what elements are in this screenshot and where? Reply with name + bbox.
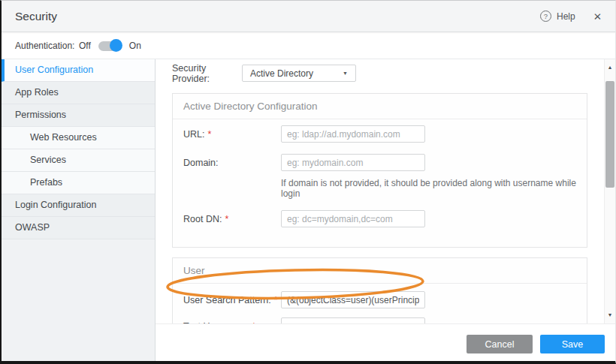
- field-label-text: Test Username:: [183, 321, 249, 323]
- vertical-scrollbar[interactable]: ▲ ▼: [604, 59, 615, 323]
- user-search-pattern-label: User Search Pattern:*: [183, 291, 281, 308]
- help-link[interactable]: Help: [557, 11, 575, 22]
- section-fields: User Search Pattern:* Test Username:*: [173, 284, 587, 323]
- security-dialog: Security ? Help ✕ Authentication: Off On…: [0, 0, 616, 364]
- domain-label: Domain:: [183, 154, 281, 199]
- field-main: [281, 125, 425, 143]
- security-provider-label: Security Provider:: [172, 63, 242, 84]
- test-username-label: Test Username:*: [183, 317, 281, 323]
- section-title: Active Directory Configuration: [173, 94, 587, 119]
- toggle-knob: [110, 39, 122, 52]
- active-directory-configuration-section: Active Directory Configuration URL:*: [172, 93, 587, 248]
- sidebar: User Configuration App Roles Permissions…: [2, 59, 156, 361]
- save-button[interactable]: Save: [540, 335, 605, 353]
- toggle-off-label: Off: [79, 41, 91, 51]
- user-search-pattern-field-row: User Search Pattern:*: [183, 291, 576, 308]
- help-circle-icon[interactable]: ?: [540, 11, 551, 22]
- field-label-text: User Search Pattern:: [183, 295, 271, 305]
- sidebar-item-app-roles[interactable]: App Roles: [2, 82, 155, 104]
- sidebar-item-user-configuration[interactable]: User Configuration: [2, 59, 155, 82]
- test-username-field-row: Test Username:*: [183, 317, 576, 323]
- domain-input[interactable]: [281, 154, 425, 171]
- url-field-row: URL:*: [183, 125, 576, 143]
- sidebar-item-services[interactable]: Services: [2, 149, 155, 172]
- root-dn-label: Root DN:*: [183, 210, 281, 227]
- field-main: [281, 291, 425, 308]
- dialog-footer: Cancel Save: [156, 323, 615, 361]
- user-section: User User Search Pattern:*: [172, 257, 587, 323]
- main-column: Security Provider: Active Directory ▼ Ac…: [156, 59, 615, 361]
- field-main: [281, 210, 425, 227]
- field-label-text: Root DN:: [183, 214, 222, 224]
- sidebar-item-prefabs[interactable]: Prefabs: [2, 172, 155, 194]
- section-fields: URL:* Domain: If: [173, 119, 587, 247]
- section-title: User: [173, 258, 587, 284]
- scrollbar-thumb[interactable]: [605, 81, 614, 188]
- sidebar-item-permissions[interactable]: Permissions: [2, 104, 155, 127]
- authentication-row: Authentication: Off On: [2, 32, 615, 59]
- scroll-down-arrow-icon[interactable]: ▼: [605, 310, 615, 320]
- page-title: Security: [15, 10, 57, 23]
- test-username-input[interactable]: [281, 317, 425, 323]
- root-dn-field-row: Root DN:*: [183, 210, 576, 227]
- authentication-label: Authentication:: [15, 41, 79, 51]
- settings-viewport: Security Provider: Active Directory ▼ Ac…: [156, 59, 615, 323]
- sidebar-item-owasp[interactable]: OWASP: [2, 217, 155, 239]
- close-icon[interactable]: ✕: [593, 11, 602, 23]
- toggle-on-label: On: [129, 41, 141, 51]
- sidebar-item-web-resources[interactable]: Web Resources: [2, 127, 155, 149]
- sidebar-item-login-configuration[interactable]: Login Configuration: [2, 194, 155, 217]
- field-label-text: URL:: [183, 129, 204, 140]
- security-provider-selected-value: Active Directory: [250, 68, 313, 79]
- authentication-toggle[interactable]: [98, 39, 122, 53]
- url-input[interactable]: [281, 125, 425, 143]
- titlebar: Security ? Help ✕: [2, 1, 615, 32]
- domain-field-row: Domain: If domain is not provided, it sh…: [183, 154, 576, 199]
- security-provider-row: Security Provider: Active Directory ▼: [172, 63, 615, 83]
- field-label-text: Domain:: [183, 158, 219, 168]
- scroll-up-arrow-icon[interactable]: ▲: [605, 62, 615, 73]
- user-search-pattern-input[interactable]: [281, 291, 425, 308]
- required-asterisk: *: [207, 129, 211, 140]
- security-provider-select[interactable]: Active Directory ▼: [242, 65, 356, 82]
- required-asterisk: *: [274, 295, 278, 305]
- dialog-body: User Configuration App Roles Permissions…: [2, 59, 615, 361]
- domain-helper-text: If domain is not provided, it should be …: [281, 178, 576, 199]
- required-asterisk: *: [252, 321, 256, 323]
- field-main: [281, 317, 425, 323]
- titlebar-actions: ? Help ✕: [540, 11, 602, 23]
- root-dn-input[interactable]: [281, 210, 425, 227]
- cancel-button[interactable]: Cancel: [467, 335, 533, 353]
- required-asterisk: *: [225, 214, 228, 224]
- url-label: URL:*: [183, 125, 281, 143]
- chevron-down-icon: ▼: [343, 71, 348, 76]
- field-main: If domain is not provided, it should be …: [281, 154, 576, 199]
